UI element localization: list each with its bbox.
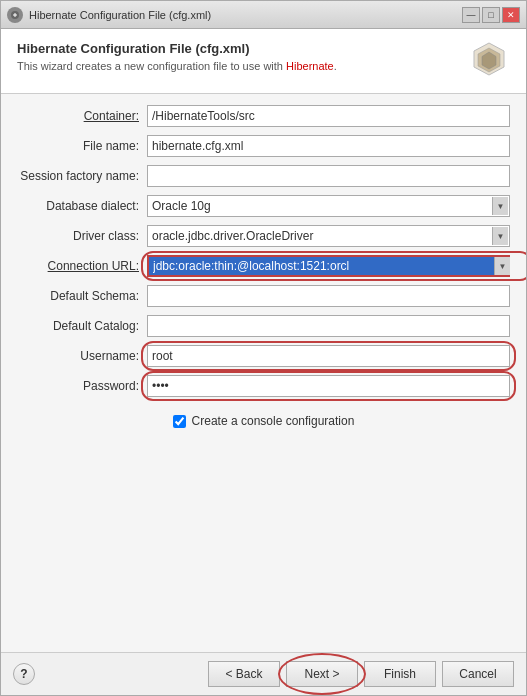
db-dialect-select[interactable]: Oracle 10g [147, 195, 510, 217]
subtitle-suffix: . [334, 60, 337, 72]
header-subtitle: This wizard creates a new configuration … [17, 60, 468, 72]
driver-class-label: Driver class: [17, 229, 147, 243]
container-row: Container: [17, 104, 510, 128]
help-button[interactable]: ? [13, 663, 35, 685]
container-input[interactable] [147, 105, 510, 127]
filename-input[interactable] [147, 135, 510, 157]
db-dialect-label: Database dialect: [17, 199, 147, 213]
form-area: Container: File name: Session factory na… [1, 94, 526, 652]
default-schema-input[interactable] [147, 285, 510, 307]
connection-url-row: Connection URL: ▼ [17, 254, 510, 278]
default-catalog-label: Default Catalog: [17, 319, 147, 333]
connection-url-wrapper: ▼ [147, 255, 510, 277]
connection-url-label: Connection URL: [17, 259, 147, 273]
hibernate-logo [468, 41, 510, 83]
header-title: Hibernate Configuration File (cfg.xml) [17, 41, 468, 56]
window-title: Hibernate Configuration File (cfg.xml) [29, 9, 211, 21]
session-factory-input[interactable] [147, 165, 510, 187]
filename-row: File name: [17, 134, 510, 158]
subtitle-highlight: Hibernate [286, 60, 334, 72]
footer-area: ? < Back Next > Finish Cancel [1, 652, 526, 695]
minimize-button[interactable]: — [462, 7, 480, 23]
session-factory-label: Session factory name: [17, 169, 147, 183]
title-bar-controls: — □ ✕ [462, 7, 520, 23]
driver-class-row: Driver class: oracle.jdbc.driver.OracleD… [17, 224, 510, 248]
title-bar-left: Hibernate Configuration File (cfg.xml) [7, 7, 211, 23]
title-bar: Hibernate Configuration File (cfg.xml) —… [1, 1, 526, 29]
password-row: Password: [17, 374, 510, 398]
content-area: Hibernate Configuration File (cfg.xml) T… [1, 29, 526, 695]
subtitle-prefix: This wizard creates a new configuration … [17, 60, 286, 72]
username-label: Username: [17, 349, 147, 363]
checkbox-row: Create a console configuration [17, 414, 510, 428]
password-input[interactable] [147, 375, 510, 397]
footer-right: < Back Next > Finish Cancel [208, 661, 514, 687]
maximize-button[interactable]: □ [482, 7, 500, 23]
finish-button[interactable]: Finish [364, 661, 436, 687]
db-dialect-wrapper: Oracle 10g ▼ [147, 195, 510, 217]
next-button[interactable]: Next > [286, 661, 358, 687]
username-input[interactable] [147, 345, 510, 367]
connection-url-select-wrapper: ▼ [147, 255, 510, 277]
wizard-header: Hibernate Configuration File (cfg.xml) T… [1, 29, 526, 94]
connection-url-input[interactable] [147, 255, 510, 277]
default-schema-row: Default Schema: [17, 284, 510, 308]
session-factory-row: Session factory name: [17, 164, 510, 188]
password-label: Password: [17, 379, 147, 393]
db-dialect-row: Database dialect: Oracle 10g ▼ [17, 194, 510, 218]
main-window: Hibernate Configuration File (cfg.xml) —… [0, 0, 527, 696]
cancel-button[interactable]: Cancel [442, 661, 514, 687]
username-row: Username: [17, 344, 510, 368]
back-button[interactable]: < Back [208, 661, 280, 687]
default-catalog-input[interactable] [147, 315, 510, 337]
filename-label: File name: [17, 139, 147, 153]
create-console-checkbox[interactable] [173, 415, 186, 428]
container-label: Container: [17, 109, 147, 123]
driver-class-wrapper: oracle.jdbc.driver.OracleDriver ▼ [147, 225, 510, 247]
create-console-label[interactable]: Create a console configuration [192, 414, 355, 428]
default-catalog-row: Default Catalog: [17, 314, 510, 338]
close-button[interactable]: ✕ [502, 7, 520, 23]
footer-left: ? [13, 663, 35, 685]
header-text: Hibernate Configuration File (cfg.xml) T… [17, 41, 468, 72]
window-icon [7, 7, 23, 23]
default-schema-label: Default Schema: [17, 289, 147, 303]
driver-class-select[interactable]: oracle.jdbc.driver.OracleDriver [147, 225, 510, 247]
